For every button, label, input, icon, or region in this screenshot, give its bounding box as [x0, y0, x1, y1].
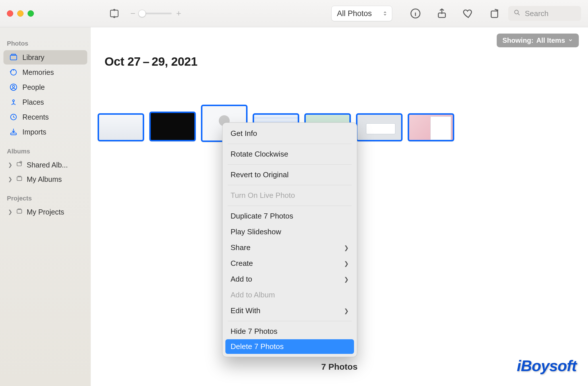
- menu-edit-with[interactable]: Edit With❯: [223, 303, 357, 319]
- svg-rect-0: [111, 10, 118, 17]
- showing-value: All Items: [536, 36, 565, 44]
- menu-share[interactable]: Share❯: [223, 240, 357, 256]
- chevron-right-icon: ❯: [344, 260, 349, 267]
- menu-add-to-album: Add to Album: [223, 287, 357, 303]
- menu-delete[interactable]: Delete 7 Photos: [225, 339, 354, 354]
- menu-duplicate[interactable]: Duplicate 7 Photos: [223, 208, 357, 224]
- menu-hide[interactable]: Hide 7 Photos: [223, 323, 357, 339]
- sidebar-item-label: Memories: [22, 68, 54, 77]
- album-icon: [16, 175, 23, 184]
- library-icon: [9, 53, 18, 62]
- share-icon[interactable]: [436, 7, 448, 20]
- sidebar-item-imports[interactable]: Imports: [3, 125, 87, 139]
- sidebar-item-label: Shared Alb...: [27, 161, 68, 169]
- photo-thumbnail[interactable]: [98, 113, 144, 141]
- menu-separator: [228, 185, 352, 185]
- chevron-right-icon: ❯: [344, 307, 349, 314]
- watermark: iBoysoft: [517, 357, 577, 375]
- sidebar-item-my-projects[interactable]: ❯ My Projects: [2, 205, 88, 219]
- sidebar-item-label: My Albums: [27, 175, 62, 184]
- sidebar-item-places[interactable]: Places: [3, 95, 87, 109]
- svg-rect-5: [10, 55, 17, 60]
- search-icon: [513, 9, 521, 18]
- minimize-window-button[interactable]: [17, 10, 24, 17]
- date-range-header: Oct 27 – 29, 2021: [105, 55, 198, 69]
- sidebar-item-recents[interactable]: Recents: [3, 110, 87, 124]
- sidebar-item-label: Recents: [22, 113, 49, 121]
- sidebar-item-label: People: [22, 83, 45, 91]
- places-icon: [9, 98, 18, 106]
- zoom-slider[interactable]: [140, 13, 172, 14]
- menu-rotate-clockwise[interactable]: Rotate Clockwise: [223, 146, 357, 162]
- menu-play-slideshow[interactable]: Play Slideshow: [223, 224, 357, 240]
- view-selector[interactable]: All Photos: [331, 6, 392, 21]
- menu-add-to[interactable]: Add to❯: [223, 271, 357, 287]
- svg-point-14: [20, 161, 22, 163]
- photo-thumbnail[interactable]: [356, 113, 403, 141]
- chevron-updown-icon: [383, 11, 387, 16]
- projects-icon: [16, 207, 23, 217]
- imports-icon: [9, 128, 18, 136]
- menu-get-info[interactable]: Get Info: [223, 126, 357, 141]
- zoom-out-button[interactable]: −: [130, 9, 136, 18]
- svg-point-10: [13, 100, 14, 102]
- sidebar-item-label: Places: [22, 98, 44, 106]
- photo-thumbnail[interactable]: [408, 113, 454, 141]
- zoom-in-button[interactable]: +: [176, 9, 181, 18]
- menu-separator: [228, 164, 352, 165]
- toolbar-right-group: [409, 7, 501, 20]
- fullscreen-window-button[interactable]: [28, 10, 34, 17]
- people-icon: [9, 83, 18, 91]
- svg-rect-6: [11, 54, 16, 55]
- sidebar: Photos Library Memories People Places Re…: [0, 27, 91, 386]
- zoom-slider-thumb[interactable]: [138, 10, 146, 17]
- sidebar-item-label: Imports: [22, 128, 46, 136]
- menu-create[interactable]: Create❯: [223, 256, 357, 271]
- menu-separator: [228, 144, 352, 144]
- svg-point-9: [12, 85, 15, 88]
- favorite-icon[interactable]: [462, 7, 474, 20]
- showing-prefix: Showing:: [502, 36, 533, 44]
- info-icon[interactable]: [409, 7, 421, 20]
- chevron-right-icon: ❯: [8, 162, 12, 168]
- window-controls: [7, 10, 34, 17]
- rotate-icon[interactable]: [489, 7, 501, 20]
- chevron-right-icon: ❯: [8, 209, 12, 215]
- sidebar-item-people[interactable]: People: [3, 80, 87, 94]
- svg-rect-16: [17, 210, 22, 213]
- menu-separator: [228, 206, 352, 206]
- chevron-down-icon: [568, 36, 573, 44]
- recents-icon: [9, 113, 18, 121]
- sidebar-item-my-albums[interactable]: ❯ My Albums: [2, 172, 88, 186]
- sidebar-item-library[interactable]: Library: [3, 50, 87, 65]
- menu-turn-on-live-photo: Turn On Live Photo: [223, 188, 357, 203]
- sidebar-item-label: My Projects: [27, 208, 64, 216]
- photo-count: 7 Photos: [321, 362, 358, 372]
- sidebar-item-shared-albums[interactable]: ❯ Shared Alb...: [2, 158, 88, 172]
- chevron-right-icon: ❯: [8, 176, 12, 182]
- menu-separator: [228, 321, 352, 321]
- search-field[interactable]: Search: [508, 6, 581, 21]
- sidebar-section-albums: Albums: [0, 145, 91, 157]
- shared-album-icon: [16, 160, 23, 169]
- app-window: − + All Photos: [0, 0, 588, 386]
- menu-revert-to-original[interactable]: Revert to Original: [223, 167, 357, 183]
- showing-filter-pill[interactable]: Showing: All Items: [497, 34, 579, 47]
- body: Photos Library Memories People Places Re…: [0, 27, 588, 386]
- search-placeholder: Search: [525, 9, 548, 18]
- sidebar-item-memories[interactable]: Memories: [3, 65, 87, 79]
- photo-thumbnail[interactable]: [149, 112, 196, 141]
- chevron-right-icon: ❯: [344, 276, 349, 283]
- memories-icon: [9, 68, 18, 77]
- view-selector-label: All Photos: [337, 9, 372, 18]
- svg-rect-15: [17, 177, 22, 181]
- svg-point-4: [514, 10, 518, 14]
- close-window-button[interactable]: [7, 10, 13, 17]
- sidebar-toggle-icon[interactable]: [109, 8, 120, 19]
- svg-rect-12: [11, 133, 16, 135]
- zoom-slider-group: − +: [130, 9, 181, 18]
- sidebar-section-projects: Projects: [0, 192, 91, 204]
- sidebar-item-label: Library: [22, 53, 44, 62]
- toolbar: − + All Photos: [0, 0, 588, 27]
- svg-rect-3: [491, 11, 498, 17]
